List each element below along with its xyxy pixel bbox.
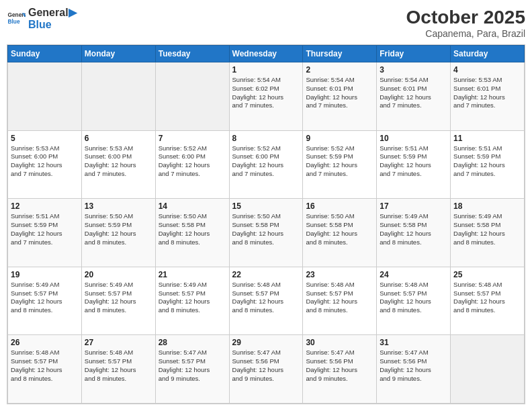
day-info: Sunrise: 5:49 AM Sunset: 5:57 PM Dayligh… — [11, 281, 79, 315]
table-cell: 28Sunrise: 5:47 AM Sunset: 5:57 PM Dayli… — [155, 335, 229, 404]
day-info: Sunrise: 5:50 AM Sunset: 5:58 PM Dayligh… — [232, 212, 300, 246]
table-cell: 30Sunrise: 5:47 AM Sunset: 5:56 PM Dayli… — [303, 335, 377, 404]
table-cell: 19Sunrise: 5:49 AM Sunset: 5:57 PM Dayli… — [8, 267, 82, 335]
day-info: Sunrise: 5:48 AM Sunset: 5:57 PM Dayligh… — [453, 281, 521, 315]
header-tuesday: Tuesday — [155, 46, 229, 62]
day-info: Sunrise: 5:51 AM Sunset: 5:59 PM Dayligh… — [453, 144, 521, 179]
day-info: Sunrise: 5:54 AM Sunset: 6:01 PM Dayligh… — [306, 76, 373, 110]
table-cell: 2Sunrise: 5:54 AM Sunset: 6:01 PM Daylig… — [303, 62, 377, 131]
day-number: 20 — [85, 270, 152, 279]
day-info: Sunrise: 5:49 AM Sunset: 5:57 PM Dayligh… — [159, 281, 226, 315]
day-number: 13 — [85, 201, 152, 211]
day-info: Sunrise: 5:50 AM Sunset: 5:58 PM Dayligh… — [306, 212, 373, 246]
day-info: Sunrise: 5:48 AM Sunset: 5:57 PM Dayligh… — [232, 281, 300, 315]
table-cell: 29Sunrise: 5:47 AM Sunset: 5:56 PM Dayli… — [229, 335, 303, 404]
day-number: 30 — [306, 338, 373, 347]
table-cell: 12Sunrise: 5:51 AM Sunset: 5:59 PM Dayli… — [8, 199, 82, 267]
day-number: 27 — [85, 338, 152, 347]
day-info: Sunrise: 5:51 AM Sunset: 5:59 PM Dayligh… — [11, 212, 79, 246]
day-number: 24 — [380, 270, 447, 279]
day-info: Sunrise: 5:53 AM Sunset: 6:00 PM Dayligh… — [85, 144, 152, 179]
table-cell: 3Sunrise: 5:54 AM Sunset: 6:01 PM Daylig… — [377, 62, 451, 131]
day-number: 17 — [380, 201, 447, 211]
day-info: Sunrise: 5:50 AM Sunset: 5:59 PM Dayligh… — [85, 212, 152, 246]
week-row-3: 12Sunrise: 5:51 AM Sunset: 5:59 PM Dayli… — [8, 199, 525, 267]
table-cell: 23Sunrise: 5:48 AM Sunset: 5:57 PM Dayli… — [303, 267, 377, 335]
header-monday: Monday — [81, 46, 155, 62]
table-cell: 4Sunrise: 5:53 AM Sunset: 6:01 PM Daylig… — [451, 62, 525, 131]
day-number: 7 — [159, 134, 226, 143]
day-info: Sunrise: 5:47 AM Sunset: 5:56 PM Dayligh… — [232, 349, 300, 383]
title-block: October 2025 Capanema, Para, Brazil — [406, 7, 525, 39]
day-info: Sunrise: 5:49 AM Sunset: 5:58 PM Dayligh… — [380, 212, 447, 246]
table-cell: 15Sunrise: 5:50 AM Sunset: 5:58 PM Dayli… — [229, 199, 303, 267]
day-number: 21 — [159, 270, 226, 279]
svg-text:General: General — [7, 11, 26, 18]
header-sunday: Sunday — [8, 46, 82, 62]
day-number: 14 — [159, 201, 226, 211]
day-number: 1 — [232, 65, 300, 75]
table-cell: 20Sunrise: 5:49 AM Sunset: 5:57 PM Dayli… — [81, 267, 155, 335]
page: General Blue General▶ Blue October 2025 … — [0, 0, 532, 411]
day-info: Sunrise: 5:53 AM Sunset: 6:01 PM Dayligh… — [453, 76, 521, 110]
table-cell: 14Sunrise: 5:50 AM Sunset: 5:58 PM Dayli… — [155, 199, 229, 267]
day-number: 2 — [306, 65, 373, 75]
day-info: Sunrise: 5:48 AM Sunset: 5:57 PM Dayligh… — [11, 349, 79, 383]
table-cell: 21Sunrise: 5:49 AM Sunset: 5:57 PM Dayli… — [155, 267, 229, 335]
day-number: 25 — [453, 270, 521, 279]
day-number: 6 — [85, 134, 152, 143]
day-number: 22 — [232, 270, 300, 279]
table-cell: 27Sunrise: 5:48 AM Sunset: 5:57 PM Dayli… — [81, 335, 155, 404]
day-info: Sunrise: 5:49 AM Sunset: 5:57 PM Dayligh… — [85, 281, 152, 315]
table-cell: 22Sunrise: 5:48 AM Sunset: 5:57 PM Dayli… — [229, 267, 303, 335]
table-cell: 10Sunrise: 5:51 AM Sunset: 5:59 PM Dayli… — [377, 130, 451, 199]
day-number: 19 — [11, 270, 79, 279]
calendar: Sunday Monday Tuesday Wednesday Thursday… — [7, 44, 525, 404]
table-cell: 25Sunrise: 5:48 AM Sunset: 5:57 PM Dayli… — [451, 267, 525, 335]
logo-blue: Blue — [28, 19, 77, 31]
table-cell: 8Sunrise: 5:52 AM Sunset: 6:00 PM Daylig… — [229, 130, 303, 199]
month-title: October 2025 — [406, 7, 525, 28]
day-info: Sunrise: 5:47 AM Sunset: 5:57 PM Dayligh… — [159, 349, 226, 383]
table-cell: 9Sunrise: 5:52 AM Sunset: 5:59 PM Daylig… — [303, 130, 377, 199]
header-thursday: Thursday — [303, 46, 377, 62]
day-info: Sunrise: 5:53 AM Sunset: 6:00 PM Dayligh… — [11, 144, 79, 179]
day-number: 18 — [453, 201, 521, 211]
table-cell — [155, 62, 229, 131]
header-friday: Friday — [377, 46, 451, 62]
table-cell: 26Sunrise: 5:48 AM Sunset: 5:57 PM Dayli… — [8, 335, 82, 404]
table-cell: 18Sunrise: 5:49 AM Sunset: 5:58 PM Dayli… — [451, 199, 525, 267]
header-wednesday: Wednesday — [229, 46, 303, 62]
day-info: Sunrise: 5:54 AM Sunset: 6:01 PM Dayligh… — [380, 76, 447, 110]
logo: General Blue General▶ Blue — [7, 7, 77, 30]
day-number: 4 — [453, 65, 521, 75]
day-info: Sunrise: 5:52 AM Sunset: 6:00 PM Dayligh… — [232, 144, 300, 179]
week-row-5: 26Sunrise: 5:48 AM Sunset: 5:57 PM Dayli… — [8, 335, 525, 404]
day-number: 16 — [306, 201, 373, 211]
day-number: 26 — [11, 338, 79, 347]
day-number: 9 — [306, 134, 373, 143]
location: Capanema, Para, Brazil — [406, 28, 525, 39]
day-number: 29 — [232, 338, 300, 347]
week-row-2: 5Sunrise: 5:53 AM Sunset: 6:00 PM Daylig… — [8, 130, 525, 199]
day-info: Sunrise: 5:50 AM Sunset: 5:58 PM Dayligh… — [159, 212, 226, 246]
logo-general: General▶ — [28, 7, 77, 19]
day-number: 31 — [380, 338, 447, 347]
day-number: 23 — [306, 270, 373, 279]
table-cell: 5Sunrise: 5:53 AM Sunset: 6:00 PM Daylig… — [8, 130, 82, 199]
day-number: 5 — [11, 134, 79, 143]
day-info: Sunrise: 5:48 AM Sunset: 5:57 PM Dayligh… — [380, 281, 447, 315]
day-info: Sunrise: 5:54 AM Sunset: 6:02 PM Dayligh… — [232, 76, 300, 110]
day-number: 28 — [159, 338, 226, 347]
table-cell: 16Sunrise: 5:50 AM Sunset: 5:58 PM Dayli… — [303, 199, 377, 267]
day-info: Sunrise: 5:52 AM Sunset: 6:00 PM Dayligh… — [159, 144, 226, 179]
table-cell: 31Sunrise: 5:47 AM Sunset: 5:56 PM Dayli… — [377, 335, 451, 404]
day-info: Sunrise: 5:52 AM Sunset: 5:59 PM Dayligh… — [306, 144, 373, 179]
table-cell — [451, 335, 525, 404]
table-cell — [81, 62, 155, 131]
day-number: 3 — [380, 65, 447, 75]
day-info: Sunrise: 5:49 AM Sunset: 5:58 PM Dayligh… — [453, 212, 521, 246]
day-info: Sunrise: 5:51 AM Sunset: 5:59 PM Dayligh… — [380, 144, 447, 179]
day-info: Sunrise: 5:48 AM Sunset: 5:57 PM Dayligh… — [306, 281, 373, 315]
table-cell: 24Sunrise: 5:48 AM Sunset: 5:57 PM Dayli… — [377, 267, 451, 335]
